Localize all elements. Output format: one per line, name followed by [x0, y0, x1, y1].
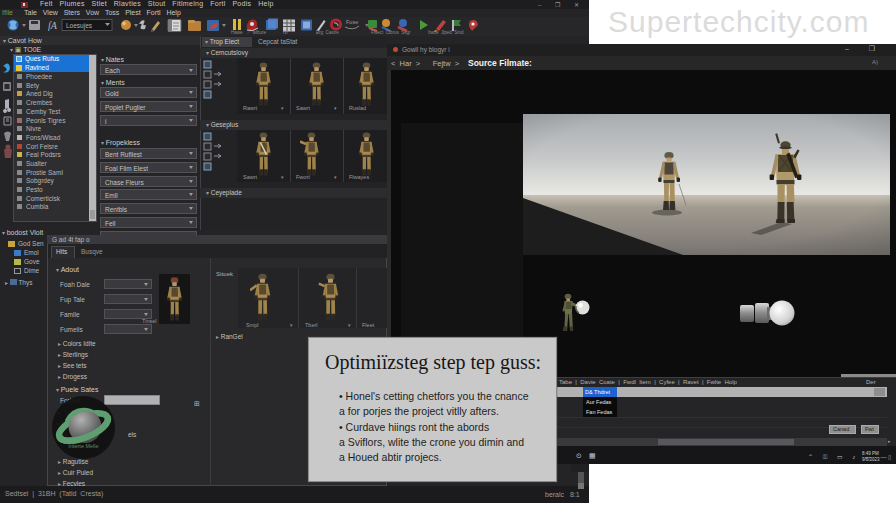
svg-text:Interte Melle: Interte Melle	[68, 443, 98, 449]
svg-text:ſA: ſA	[48, 20, 58, 31]
svg-text:Fuse: Fuse	[346, 19, 358, 25]
svg-text:Loesujes: Loesujes	[66, 22, 93, 30]
